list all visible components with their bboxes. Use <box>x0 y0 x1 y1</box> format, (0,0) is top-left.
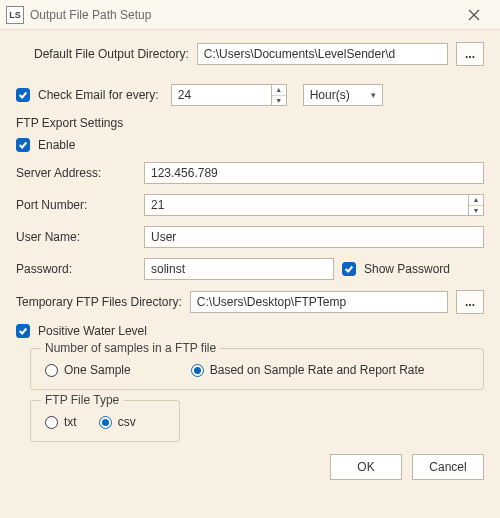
user-name-input[interactable] <box>144 226 484 248</box>
cancel-button[interactable]: Cancel <box>412 454 484 480</box>
show-password-label: Show Password <box>364 262 484 276</box>
csv-radio[interactable] <box>99 416 112 429</box>
titlebar: LS Output File Path Setup <box>0 0 500 30</box>
server-address-label: Server Address: <box>16 166 136 180</box>
dialog-body: Default File Output Directory: ... Check… <box>0 30 500 490</box>
output-dir-label: Default File Output Directory: <box>34 47 189 61</box>
txt-label: txt <box>64 415 77 429</box>
ftp-enable-label: Enable <box>38 138 75 152</box>
csv-label: csv <box>118 415 136 429</box>
temp-ftp-dir-input[interactable] <box>190 291 448 313</box>
positive-water-level-checkbox[interactable] <box>16 324 30 338</box>
positive-water-level-label: Positive Water Level <box>38 324 147 338</box>
check-email-checkbox[interactable] <box>16 88 30 102</box>
window-title: Output File Path Setup <box>30 8 454 22</box>
check-email-label: Check Email for every: <box>38 88 159 102</box>
close-button[interactable] <box>454 3 494 27</box>
dialog-footer: OK Cancel <box>16 452 484 480</box>
filetype-group-legend: FTP File Type <box>41 393 123 407</box>
server-address-input[interactable] <box>144 162 484 184</box>
spinner-buttons[interactable]: ▲ ▼ <box>271 84 287 106</box>
check-icon <box>18 326 28 336</box>
spin-down-icon[interactable]: ▼ <box>272 96 286 106</box>
based-on-rate-option[interactable]: Based on Sample Rate and Report Rate <box>191 363 425 377</box>
one-sample-label: One Sample <box>64 363 131 377</box>
spin-up-icon[interactable]: ▲ <box>272 85 286 96</box>
password-label: Password: <box>16 262 136 276</box>
check-icon <box>18 140 28 150</box>
app-icon: LS <box>6 6 24 24</box>
output-dir-input[interactable] <box>197 43 448 65</box>
check-email-value[interactable] <box>171 84 271 106</box>
spin-down-icon[interactable]: ▼ <box>469 206 483 216</box>
password-input[interactable] <box>144 258 334 280</box>
csv-option[interactable]: csv <box>99 415 136 429</box>
based-on-rate-label: Based on Sample Rate and Report Rate <box>210 363 425 377</box>
temp-ftp-dir-label: Temporary FTP Files Directory: <box>16 295 182 309</box>
port-number-input[interactable] <box>144 194 468 216</box>
spin-up-icon[interactable]: ▲ <box>469 195 483 206</box>
one-sample-radio[interactable] <box>45 364 58 377</box>
chevron-down-icon: ▾ <box>371 90 376 100</box>
output-dir-browse-button[interactable]: ... <box>456 42 484 66</box>
ftp-enable-checkbox[interactable] <box>16 138 30 152</box>
check-email-unit-dropdown[interactable]: Hour(s) ▾ <box>303 84 383 106</box>
check-email-unit-value: Hour(s) <box>310 88 350 102</box>
close-icon <box>468 9 480 21</box>
ok-button[interactable]: OK <box>330 454 402 480</box>
port-number-label: Port Number: <box>16 198 136 212</box>
samples-group-legend: Number of samples in a FTP file <box>41 341 220 355</box>
port-spinner-buttons[interactable]: ▲ ▼ <box>468 194 484 216</box>
temp-ftp-dir-browse-button[interactable]: ... <box>456 290 484 314</box>
txt-option[interactable]: txt <box>45 415 77 429</box>
check-icon <box>344 264 354 274</box>
samples-groupbox: Number of samples in a FTP file One Samp… <box>30 348 484 390</box>
one-sample-option[interactable]: One Sample <box>45 363 131 377</box>
check-email-spinner[interactable]: ▲ ▼ <box>171 84 287 106</box>
txt-radio[interactable] <box>45 416 58 429</box>
user-name-label: User Name: <box>16 230 136 244</box>
show-password-checkbox[interactable] <box>342 262 356 276</box>
filetype-groupbox: FTP File Type txt csv <box>30 400 180 442</box>
ftp-section-title: FTP Export Settings <box>16 116 484 130</box>
based-on-rate-radio[interactable] <box>191 364 204 377</box>
check-icon <box>18 90 28 100</box>
